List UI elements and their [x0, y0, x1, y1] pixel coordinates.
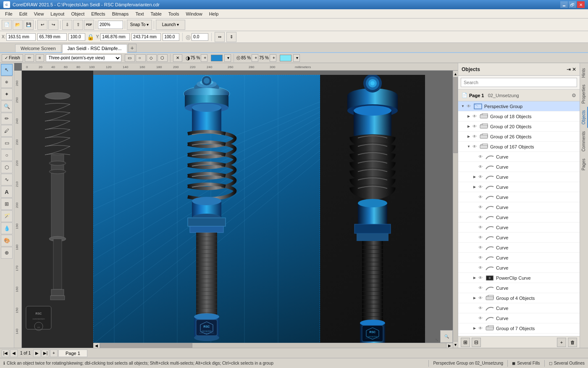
- tree-item-2[interactable]: ▶👁 Group of 18 Objects: [458, 111, 580, 122]
- blend-add2-btn[interactable]: +: [270, 54, 276, 62]
- add-layer-button[interactable]: ⊞: [461, 338, 470, 347]
- expand-icon-3[interactable]: ▶: [466, 124, 472, 130]
- rect-shape-btn[interactable]: ▭: [125, 54, 135, 62]
- finish-button[interactable]: ✓ Finish: [2, 54, 23, 62]
- menu-item-table[interactable]: Table: [147, 11, 165, 17]
- pdf-button[interactable]: PDF: [84, 20, 94, 30]
- rect-tool[interactable]: ▭: [1, 137, 13, 149]
- menu-item-bitmaps[interactable]: Bitmaps: [109, 11, 132, 17]
- select-tool[interactable]: ↖: [1, 64, 13, 76]
- expand-icon-4[interactable]: ▶: [466, 134, 472, 140]
- remove-layer-button[interactable]: ⊟: [472, 338, 481, 347]
- hints-tab[interactable]: Hints: [580, 65, 588, 81]
- tree-item-14[interactable]: 👁 Curve: [458, 233, 580, 243]
- fill-tool[interactable]: 🎨: [1, 235, 13, 246]
- hex-shape-btn[interactable]: ⬡: [158, 54, 168, 62]
- view-mode-button[interactable]: ≡: [36, 54, 44, 62]
- tree-item-7[interactable]: 👁 Curve: [458, 162, 580, 172]
- close-perspective-button[interactable]: ✕: [173, 54, 182, 62]
- visibility-icon-5[interactable]: 👁: [472, 144, 478, 150]
- circle-shape-btn[interactable]: ○: [136, 54, 146, 62]
- scale-h-input[interactable]: [163, 33, 179, 41]
- new-layer-button[interactable]: +: [557, 338, 566, 347]
- blend-add-btn[interactable]: +: [252, 54, 258, 62]
- tree-item-3[interactable]: ▶👁 Group of 20 Objects: [458, 122, 580, 132]
- visibility-icon-14[interactable]: 👁: [478, 235, 483, 241]
- curve-tool[interactable]: ∿: [1, 174, 13, 185]
- tree-item-1[interactable]: ▼👁 Perspective Group: [458, 101, 580, 111]
- objects-tree[interactable]: ▼👁 Perspective Group▶👁 Group of 18 Objec…: [458, 101, 580, 336]
- edit-mode-button[interactable]: ✏: [25, 54, 34, 62]
- visibility-icon-13[interactable]: 👁: [478, 225, 483, 230]
- expand-icon-5[interactable]: ▼: [466, 144, 472, 150]
- mirror-v-button[interactable]: ⇕: [226, 32, 236, 42]
- tree-item-4[interactable]: ▶👁 Group of 26 Objects: [458, 132, 580, 142]
- node-tool[interactable]: ⊕: [1, 76, 13, 88]
- expand-icon-8[interactable]: ▶: [472, 174, 478, 180]
- text-tool[interactable]: A: [1, 186, 13, 198]
- new-button[interactable]: 📄: [2, 20, 12, 30]
- visibility-icon-19[interactable]: 👁: [478, 285, 483, 291]
- visibility-icon-3[interactable]: 👁: [472, 124, 478, 130]
- visibility-icon-1[interactable]: 👁: [466, 103, 472, 109]
- zoom-corner-btn[interactable]: 🔍: [440, 330, 453, 343]
- page-name-tab[interactable]: Page 1: [58, 349, 87, 357]
- tree-item-16[interactable]: 👁 Curve: [458, 253, 580, 263]
- page-prev-btn[interactable]: ◀: [10, 349, 18, 357]
- perspective-select[interactable]: Three-point (worm's-eye view): [46, 54, 121, 62]
- tree-item-13[interactable]: 👁 Curve: [458, 222, 580, 233]
- snap-toggle[interactable]: Snap To ▾: [127, 20, 152, 30]
- eyedropper-tool[interactable]: 💧: [1, 222, 13, 234]
- visibility-icon-20[interactable]: 👁: [478, 295, 483, 301]
- tree-item-19[interactable]: 👁 Curve: [458, 283, 580, 293]
- visibility-icon-6[interactable]: 👁: [478, 154, 483, 160]
- scroll-up-btn[interactable]: ▲: [453, 71, 458, 77]
- menu-item-edit[interactable]: Edit: [16, 11, 31, 17]
- visibility-icon-8[interactable]: 👁: [478, 174, 483, 180]
- tab-0[interactable]: Welcome Screen: [15, 44, 61, 52]
- color-box-1[interactable]: [211, 55, 223, 61]
- zoom-fit-btn[interactable]: ⤡: [435, 338, 438, 342]
- pages-tab[interactable]: Pages: [580, 155, 588, 174]
- expand-icon-18[interactable]: ▶: [472, 275, 478, 281]
- freehand-tool[interactable]: ✏: [1, 113, 13, 124]
- page-next-btn[interactable]: ▶: [33, 349, 41, 357]
- visibility-icon-17[interactable]: 👁: [478, 265, 483, 271]
- visibility-icon-23[interactable]: 👁: [478, 326, 483, 331]
- mirror-h-button[interactable]: ⇔: [215, 32, 225, 42]
- menu-item-view[interactable]: View: [31, 11, 47, 17]
- visibility-icon-21[interactable]: 👁: [478, 305, 483, 311]
- color-box-2[interactable]: [280, 55, 291, 61]
- scroll-thumb[interactable]: [453, 77, 458, 153]
- visibility-icon-16[interactable]: 👁: [478, 255, 483, 261]
- menu-item-window[interactable]: Window: [183, 11, 206, 17]
- transform-tool[interactable]: ✦: [1, 88, 13, 100]
- delete-layer-button[interactable]: 🗑: [568, 338, 577, 347]
- color2-dropdown-btn[interactable]: ▾: [293, 54, 300, 62]
- w-input[interactable]: [37, 33, 67, 41]
- visibility-icon-9[interactable]: 👁: [478, 184, 483, 190]
- angle-input[interactable]: [192, 33, 208, 41]
- search-input[interactable]: [461, 78, 577, 87]
- tree-item-15[interactable]: 👁 Curve: [458, 243, 580, 253]
- opacity-add-btn[interactable]: +: [201, 54, 207, 62]
- redo-button[interactable]: ↪: [48, 20, 58, 30]
- diamond-shape-btn[interactable]: ◇: [147, 54, 157, 62]
- tree-item-22[interactable]: 👁 Curve: [458, 313, 580, 323]
- gear-icon[interactable]: ⚙: [572, 93, 576, 98]
- tree-item-6[interactable]: 👁 Curve: [458, 152, 580, 162]
- objects-tab[interactable]: Objects: [580, 107, 588, 128]
- page-last-btn[interactable]: ▶|: [42, 349, 49, 357]
- color-dropdown-btn[interactable]: ▾: [224, 54, 231, 62]
- menu-item-file[interactable]: File: [2, 11, 16, 17]
- ellipse-tool[interactable]: ○: [1, 149, 13, 161]
- open-button[interactable]: 📂: [13, 20, 23, 30]
- scroll-right-btn[interactable]: ▶: [446, 343, 453, 348]
- tree-item-11[interactable]: 👁 Curve: [458, 202, 580, 212]
- scroll-down-btn[interactable]: ▼: [453, 341, 458, 348]
- add-page-btn[interactable]: +: [50, 349, 58, 357]
- page-first-btn[interactable]: |◀: [2, 349, 9, 357]
- polygon-tool[interactable]: ⬡: [1, 161, 13, 173]
- menu-item-help[interactable]: Help: [206, 11, 222, 17]
- visibility-icon-18[interactable]: 👁: [478, 275, 483, 281]
